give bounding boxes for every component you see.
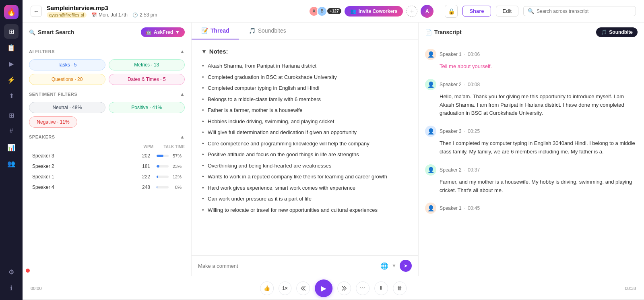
sentiment-neutral[interactable]: Neutral · 48% [29,102,105,113]
header-actions: A B +127 👥 Invite Coworkers + A [311,5,433,18]
edit-button[interactable]: Edit [496,6,518,17]
filter-dates[interactable]: Dates & Times · 5 [109,74,185,85]
askfred-icon: 🤖 [146,29,152,35]
comment-input[interactable] [198,263,377,269]
dot-5: · [464,205,465,211]
forward-button[interactable] [337,281,351,295]
speaker-4-talk: 8% [153,185,182,190]
back-button[interactable]: ← [31,6,42,17]
speakers-table: WPM TALK TIME Speaker 3 202 57% Speaker … [29,145,185,192]
rewind-button[interactable] [296,281,310,295]
speaker-1-bar-wrap [157,176,169,178]
avatar-2: B [317,6,327,17]
speaker-1b-avatar: 👤 [425,203,436,214]
right-panel: 📄 Transcript 🎵 Soundbite 👤 Speaker 1 · [419,23,644,276]
filter-questions[interactable]: Questions · 20 [29,74,105,85]
nav-hash[interactable]: # [4,124,19,139]
nav-upload[interactable]: ⬆ [4,89,19,103]
speaker-2b-info: Speaker 2 · 00:37 [440,167,480,173]
askfred-button[interactable]: 🤖 AskFred ▼ [141,27,185,37]
ai-filters-collapse[interactable]: ▲ [180,49,185,54]
date-meta: 📅 Mon, Jul 17th [91,12,128,18]
notes-toggle[interactable]: ▼ [201,48,207,55]
speaker-2b-label: Speaker 2 [440,167,462,173]
sentiment-positive[interactable]: Positive · 41% [109,102,185,113]
invite-button[interactable]: 👥 Invite Coworkers [345,6,403,17]
sentiment-negative[interactable]: Negative · 11% [29,116,77,128]
send-button[interactable]: ➤ [400,260,412,272]
share-button[interactable]: Share [462,6,491,17]
lock-button[interactable]: 🔒 [445,5,458,18]
time-meta: 🕐 2:53 pm [132,12,157,18]
nav-grid[interactable]: ⊞ [4,108,19,122]
thread-tab-label: Thread [211,27,229,34]
speaker-header-1: 👤 Speaker 1 · 00:06 [425,49,638,60]
nav-settings[interactable]: ⚙ [4,265,19,279]
speaker-row-4[interactable]: Speaker 4 248 8% [29,182,185,192]
note-item: Hard work gives experience, smart work c… [201,182,409,194]
notes-area: ▼ Notes: Akash Sharma, from Panipat in H… [192,40,418,255]
speaker-3-talk: 57% [153,153,182,158]
note-item: Hobbies include driving, swimming, and p… [201,116,409,127]
speaker-4-pct: 8% [170,185,182,190]
nav-chart[interactable]: 📊 [4,140,19,155]
dropdown-icon[interactable]: ▼ [392,263,396,269]
sentiment-collapse[interactable]: ▲ [180,91,185,97]
speaker-row-2[interactable]: Speaker 2 181 23% [29,161,185,172]
speaker-1-pct: 12% [170,174,182,179]
soundbites-tab-icon: 🎵 [249,27,256,34]
user-avatar[interactable]: A [421,5,433,18]
speaker-2b-time: 00:37 [468,167,480,173]
filter-grid: Tasks · 5 Metrics · 13 Questions · 20 Da… [29,59,185,85]
sentiment-filters-title: SENTIMENT FILTERS [29,92,77,97]
tab-thread[interactable]: 📝 Thread [192,23,239,39]
right-panel-header: 📄 Transcript 🎵 Soundbite [419,23,644,42]
filter-metrics[interactable]: Metrics · 13 [109,59,185,70]
search-bar: 🔍 [523,6,636,16]
soundbite-label: Soundbite [609,29,633,35]
nav-home[interactable]: ⊞ [4,24,19,39]
invite-icon: 👥 [350,8,356,14]
nav-lightning[interactable]: ⚡ [4,72,19,87]
sentiment-filters-header: SENTIMENT FILTERS ▲ [29,91,185,97]
tab-soundbites[interactable]: 🎵 Soundbites [239,23,296,39]
like-button[interactable]: 👍 [260,281,274,295]
globe-icon[interactable]: 🌐 [380,262,388,270]
speaker-1-bar [157,176,158,178]
soundbites-tab-label: Soundbites [258,27,286,34]
delete-button[interactable]: 🗑 [393,281,407,295]
note-item: Core competence and programming knowledg… [201,138,409,149]
speakers-collapse[interactable]: ▲ [180,134,185,140]
nav-video[interactable]: ▶ [4,56,19,71]
note-item: Willing to relocate or travel for new op… [201,205,409,216]
file-info: Sampleinterview.mp3 ayush@fireflies.ai 📅… [47,4,306,18]
note-item: Positive attitude and focus on the good … [201,149,409,160]
invite-label: Invite Coworkers [359,8,398,14]
speaker-2-bar-wrap [157,165,169,168]
ai-filters-title: AI FILTERS [29,49,55,54]
avatar-count: +127 [327,8,341,14]
nav-info[interactable]: ℹ [4,281,19,295]
speaker-3-name: Speaker 3 [32,153,134,159]
speaker-row-3[interactable]: Speaker 3 202 57% [29,151,185,161]
speakers-table-header: WPM TALK TIME [29,145,185,149]
speaker-row-1[interactable]: Speaker 1 222 12% [29,172,185,182]
soundbite-button[interactable]: 🎵 Soundbite [596,27,638,37]
date-text: Mon, Jul 17th [99,12,128,18]
speaker-1-info: Speaker 1 · 00:06 [440,52,480,57]
waveform-button[interactable]: 〰 [356,281,369,295]
nav-document[interactable]: 📋 [4,40,19,55]
recording-indicator [26,269,30,273]
search-input[interactable] [537,8,632,14]
speaker-1b-label: Speaker 1 [440,205,462,211]
dot-3: · [464,128,465,134]
speed-button[interactable]: 1× [279,281,291,295]
play-button[interactable]: ▶ [315,279,332,297]
transcript-entry-5: 👤 Speaker 1 · 00:45 [425,203,638,214]
filter-tasks[interactable]: Tasks · 5 [29,59,105,70]
nav-people[interactable]: 👥 [4,156,19,171]
ai-filters-header: AI FILTERS ▲ [29,49,185,54]
download-button[interactable]: ⬇ [374,281,388,295]
notes-header: ▼ Notes: [201,48,409,55]
add-button[interactable]: + [406,6,417,17]
